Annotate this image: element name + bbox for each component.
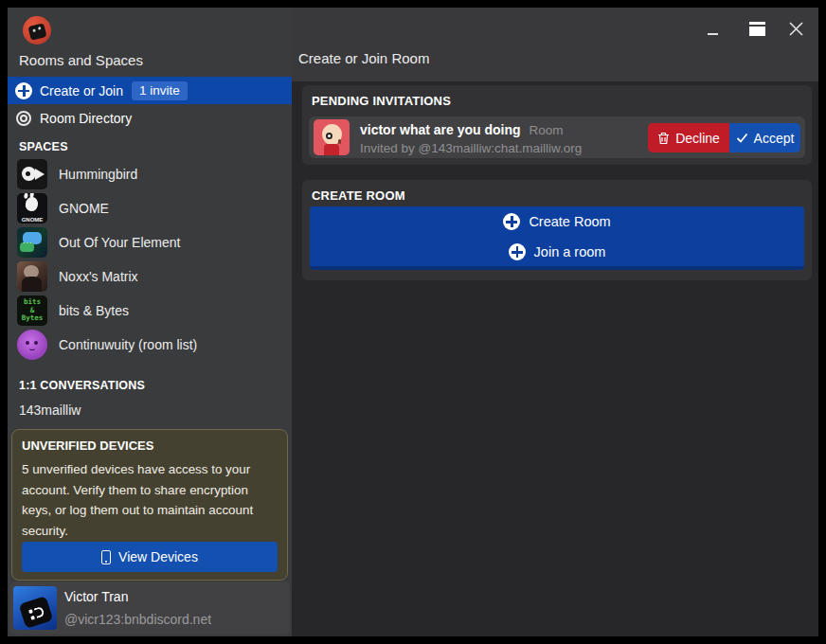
unverified-devices-body: 5 unverified devices have access to your… <box>22 459 278 541</box>
space-label: bits & Bytes <box>59 303 129 318</box>
maximize-button[interactable] <box>745 17 768 40</box>
space-label: GNOME <box>59 201 109 216</box>
decline-label: Decline <box>675 131 720 146</box>
sidebar: Rooms and Spaces Create or Join 1 invite… <box>8 8 292 636</box>
room-directory-label: Room Directory <box>40 111 132 126</box>
sidebar-item-room-directory[interactable]: Room Directory <box>8 104 292 132</box>
gnome-space-avatar: GNOME <box>17 193 47 224</box>
accept-button[interactable]: Accept <box>729 123 800 152</box>
unverified-devices-title: UNVERIFIED DEVICES <box>22 438 278 453</box>
create-room-button[interactable]: Create Room <box>310 206 804 237</box>
noxx-space-avatar <box>17 261 47 292</box>
check-icon <box>736 133 748 143</box>
conversations-section-header: 1:1 CONVERSATIONS <box>19 379 145 392</box>
sidebar-item-space-continuwuity[interactable]: Continuwuity (room list) <box>8 328 292 362</box>
app-window: Rooms and Spaces Create or Join 1 invite… <box>8 8 818 636</box>
pending-invitations-header: PENDING INVITATIONS <box>312 94 451 108</box>
minimize-button[interactable] <box>701 17 724 40</box>
unverified-devices-panel: UNVERIFIED DEVICES 5 unverified devices … <box>11 429 288 581</box>
current-user-row[interactable]: Victor Tran @vicr123:bnbdiscord.net <box>9 581 290 635</box>
sidebar-item-space-noxxs-matrix[interactable]: Noxx's Matrix <box>8 259 292 294</box>
continuwuity-space-avatar <box>17 330 47 360</box>
user-display-name: Victor Tran <box>64 589 128 604</box>
sidebar-item-space-bits-and-bytes[interactable]: bits & Bytes bits & Bytes <box>8 294 292 328</box>
invited-by-text: Invited by @143mailliw:chat.mailliw.org <box>360 141 582 155</box>
space-label: Out Of Your Element <box>59 235 180 250</box>
room-avatar <box>314 119 350 155</box>
invitation-card: victor what are you doingRoom Invited by… <box>309 116 805 158</box>
title-bar: Create or Join Room <box>292 8 818 81</box>
spaces-section-header: SPACES <box>19 140 68 153</box>
create-or-join-label: Create or Join <box>40 83 123 98</box>
sidebar-title: Rooms and Spaces <box>19 52 143 68</box>
hummingbird-space-avatar <box>17 159 47 189</box>
close-button[interactable] <box>784 17 807 40</box>
sidebar-item-space-gnome[interactable]: GNOME GNOME <box>8 191 292 225</box>
directory-icon <box>16 111 31 126</box>
pending-invitations-section: PENDING INVITATIONS victor what are you … <box>302 85 812 165</box>
space-label: Noxx's Matrix <box>59 269 138 284</box>
device-icon <box>101 550 111 564</box>
invite-count-badge: 1 invite <box>132 81 188 100</box>
close-icon <box>788 21 804 37</box>
create-join-button-group: Create Room Join a room <box>310 206 804 270</box>
ooye-space-avatar <box>17 227 47 258</box>
avatar <box>13 586 57 630</box>
minimize-icon <box>708 33 718 35</box>
view-devices-button[interactable]: View Devices <box>22 542 278 572</box>
sidebar-item-space-hummingbird[interactable]: Hummingbird <box>8 157 292 191</box>
decline-button[interactable]: Decline <box>648 123 729 152</box>
maximize-icon <box>749 22 765 36</box>
sidebar-item-create-or-join[interactable]: Create or Join 1 invite <box>8 77 292 104</box>
accept-label: Accept <box>754 131 795 146</box>
invite-room-name: victor what are you doing <box>360 122 521 137</box>
plus-circle-icon <box>503 213 520 230</box>
create-room-label: Create Room <box>529 214 610 229</box>
plus-circle-icon <box>15 82 32 99</box>
sidebar-item-space-out-of-your-element[interactable]: Out Of Your Element <box>8 225 292 259</box>
create-room-header: CREATE ROOM <box>312 188 405 203</box>
trash-icon <box>657 132 670 145</box>
invite-room-name-line: victor what are you doingRoom <box>360 122 564 137</box>
view-devices-label: View Devices <box>118 549 198 564</box>
join-room-label: Join a room <box>534 244 606 259</box>
page-title: Create or Join Room <box>298 50 429 66</box>
bits-bytes-space-avatar: bits & Bytes <box>17 295 47 326</box>
app-logo-icon <box>23 16 51 45</box>
bits-icon-text: Bytes <box>22 314 44 323</box>
space-label: Hummingbird <box>59 167 137 182</box>
space-label: Continuwuity (room list) <box>59 337 197 352</box>
join-room-button[interactable]: Join a room <box>310 237 804 267</box>
gnome-icon-text: GNOME <box>17 217 47 223</box>
invite-room-type: Room <box>530 123 564 137</box>
create-room-section: CREATE ROOM Create Room Join a room <box>302 180 812 280</box>
sidebar-item-conversation-143mailliw[interactable]: 143mailliw <box>19 402 81 418</box>
user-matrix-id: @vicr123:bnbdiscord.net <box>64 612 211 627</box>
plus-circle-icon <box>509 243 526 260</box>
main-area: Create or Join Room PENDING INVITATIONS … <box>292 8 818 636</box>
